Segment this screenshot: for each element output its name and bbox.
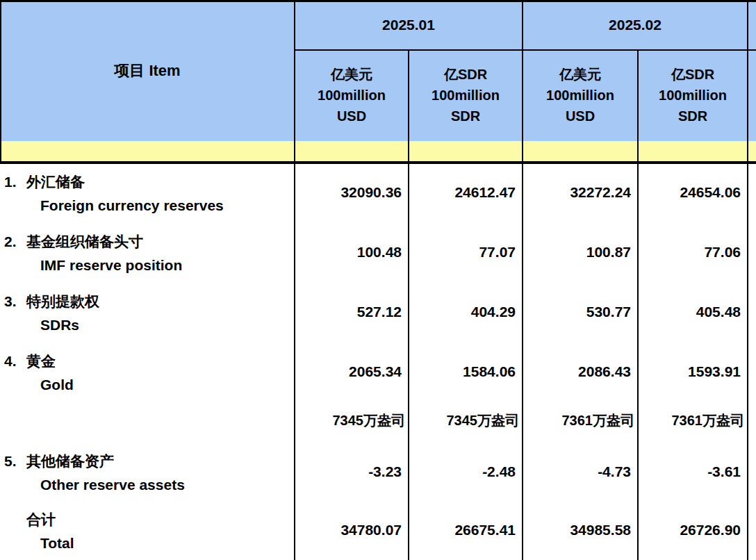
cell-gold-ounces: 7345万盎司 [410, 409, 521, 432]
header-bottom-border [0, 161, 756, 164]
unit-header-usd-1: 亿美元 100million USD [295, 49, 409, 141]
cell-value: 24654.06 [639, 181, 746, 204]
yellow-separator-band [0, 141, 756, 161]
row-label-sdrs: 3.特别提款权 SDRs [0, 290, 295, 337]
cell-gold-ounces: 7361万盎司 [639, 409, 746, 432]
row-number: 5. [4, 450, 26, 473]
row-label-en: Other reserve assets [0, 473, 295, 497]
period-header-2025-02: 2025.02 [523, 0, 748, 49]
cell-value: 34985.58 [524, 518, 636, 542]
row-label-other-reserve-assets: 5.其他储备资产 Other reserve assets [0, 450, 295, 497]
row-label-en: Gold [0, 373, 295, 397]
cell-value: -3.23 [296, 460, 407, 484]
cell-value: 34780.07 [296, 518, 407, 542]
table-top-border [0, 0, 756, 2]
cell-gold-ounces: 7345万盎司 [296, 409, 407, 432]
row-label-cn: 特别提款权 [26, 293, 99, 309]
column-border-right [747, 0, 748, 560]
cell-value: 404.29 [410, 300, 521, 324]
column-border-item [294, 0, 295, 560]
item-header-cell: 项目 Item [0, 0, 295, 141]
column-border-usd2-sdr2 [637, 49, 639, 560]
cell-value: 1584.06 [410, 360, 521, 384]
row-number: 3. [4, 290, 26, 313]
row-label-foreign-currency-reserves: 1.外汇储备 Foreign currency reserves [0, 170, 295, 217]
cell-value: 24612.47 [410, 181, 521, 204]
cell-value: 1593.91 [639, 360, 746, 384]
cell-value: 2065.34 [296, 360, 407, 384]
cell-gold-ounces: 7361万盎司 [524, 409, 636, 432]
row-label-en: IMF reserve position [0, 254, 295, 277]
cell-value: 26675.41 [410, 518, 521, 542]
cell-value: 26726.90 [639, 518, 746, 542]
column-border-usd1-sdr1 [408, 49, 409, 560]
official-reserve-assets-table: 项目 Item 2025.01 2025.02 亿美元 100million U… [0, 0, 756, 560]
column-border-period [522, 0, 523, 560]
row-label-imf-reserve-position: 2.基金组织储备头寸 IMF reserve position [0, 230, 295, 277]
row-label-cn: 基金组织储备头寸 [26, 233, 143, 249]
cell-value: -2.48 [410, 460, 521, 484]
cell-value: 527.12 [296, 300, 407, 324]
unit-header-sdr-1: 亿SDR 100million SDR [409, 49, 523, 141]
row-label-en: Foreign currency reserves [0, 194, 295, 217]
row-label-cn: 其他储备资产 [26, 453, 114, 469]
cell-value: 2086.43 [524, 360, 636, 384]
cell-value: 77.06 [639, 240, 746, 264]
unit-header-usd-2: 亿美元 100million USD [523, 49, 638, 141]
row-label-total: 合计 Total [0, 508, 295, 555]
table-left-border [0, 0, 1, 164]
period-row-underline [295, 49, 756, 51]
period-header-2025-01: 2025.01 [295, 0, 523, 49]
cell-value: -3.61 [639, 460, 746, 484]
period-label: 2025.01 [382, 17, 435, 33]
period-label: 2025.02 [609, 17, 662, 33]
cell-value: 32272.24 [524, 181, 636, 204]
row-number: 2. [4, 230, 26, 254]
row-label-en: SDRs [0, 313, 295, 337]
cell-value: -4.73 [524, 460, 636, 484]
cell-value: 100.87 [524, 240, 636, 264]
cell-value: 77.07 [410, 240, 521, 264]
cell-value: 530.77 [524, 300, 636, 324]
row-label-en: Total [0, 532, 295, 555]
cell-value: 405.48 [639, 300, 746, 324]
row-label-cn: 合计 [26, 511, 56, 527]
item-header-label: 项目 Item [114, 60, 180, 81]
cell-value: 32090.36 [296, 181, 407, 204]
row-label-cn: 外汇储备 [26, 174, 85, 190]
unit-header-sdr-2: 亿SDR 100million SDR [638, 49, 748, 141]
next-column-sliver [748, 0, 756, 141]
row-number: 4. [4, 349, 26, 373]
row-number: 1. [4, 170, 26, 194]
row-label-gold: 4.黄金 Gold [0, 349, 295, 397]
row-label-cn: 黄金 [26, 353, 56, 369]
cell-value: 100.48 [296, 240, 407, 264]
